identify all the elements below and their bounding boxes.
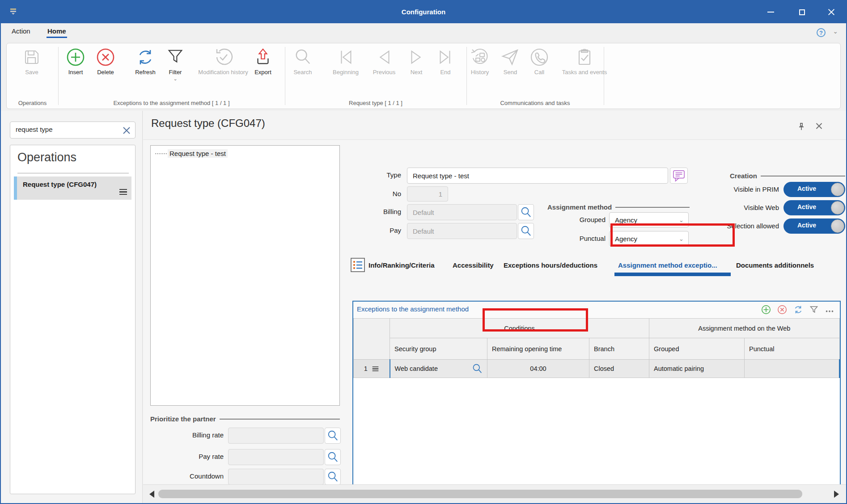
grid-refresh-button[interactable]	[793, 305, 803, 316]
cell-security-group[interactable]: Web candidate	[390, 360, 487, 378]
cell-remaining-opening-time[interactable]: 04:00	[487, 360, 589, 378]
chevron-down-icon[interactable]: ⌄	[833, 28, 838, 35]
punctual-dropdown[interactable]: Agency⌄	[609, 231, 689, 246]
horizontal-scrollbar[interactable]	[143, 484, 846, 503]
window-title: Configuration	[1, 1, 846, 23]
minimize-button[interactable]	[758, 1, 783, 23]
type-label: Type	[334, 171, 401, 179]
call-button[interactable]: Call	[525, 46, 553, 76]
delete-x-icon	[96, 46, 115, 68]
menubar: Action Home ? ⌄	[1, 23, 846, 42]
billing-rate-field[interactable]	[228, 428, 324, 444]
col-punctual[interactable]: Punctual	[745, 338, 839, 360]
previous-button[interactable]: Previous	[366, 46, 402, 76]
search-button[interactable]: Search	[286, 46, 319, 76]
drag-handle-icon[interactable]	[119, 189, 127, 195]
row-number-header	[354, 319, 390, 360]
tasks-events-button[interactable]: Tasks and events	[561, 46, 608, 76]
visible-in-prim-toggle[interactable]: Active	[783, 182, 845, 197]
refresh-icon	[136, 46, 155, 68]
tab-info-ranking-criteria[interactable]: Info/Ranking/Criteria	[368, 261, 435, 269]
type-comment-button[interactable]	[670, 168, 688, 184]
countdown-search-button[interactable]	[325, 469, 341, 485]
help-icon[interactable]: ?	[817, 28, 826, 37]
filter-button[interactable]: Filter ⌄	[161, 46, 189, 81]
document-close-button[interactable]	[816, 122, 823, 130]
insert-button[interactable]: Insert	[62, 46, 89, 76]
app-window: Configuration Action Home ? ⌄ Save	[0, 0, 847, 504]
grouped-dropdown[interactable]: Agency⌄	[609, 212, 689, 227]
pin-button[interactable]	[798, 122, 805, 132]
countdown-field[interactable]	[228, 469, 324, 485]
maximize-button[interactable]	[789, 1, 815, 23]
end-button[interactable]: End	[432, 46, 459, 76]
billing-field[interactable]: Default	[407, 204, 517, 220]
pay-field[interactable]: Default	[407, 223, 517, 239]
tab-assignment-method-exceptions[interactable]: Assignment method exceptio...	[618, 261, 717, 269]
table-row[interactable]: 1 Web candidate 04:00 Closed Automatic p…	[354, 360, 840, 378]
col-remaining-opening-time[interactable]: Remaining opening time	[487, 338, 589, 360]
send-button[interactable]: Send	[496, 46, 524, 76]
ribbon-separator	[58, 47, 59, 105]
history-button[interactable]: History	[463, 46, 496, 76]
scrollbar-thumb[interactable]	[158, 490, 802, 498]
modification-history-button[interactable]: Modification history	[198, 46, 248, 76]
beginning-button[interactable]: Beginning	[325, 46, 366, 76]
delete-button[interactable]: Delete	[92, 46, 119, 76]
divider	[17, 173, 129, 173]
visible-web-toggle[interactable]: Active	[783, 200, 845, 215]
pay-rate-search-button[interactable]	[325, 449, 341, 465]
billing-rate-search-button[interactable]	[325, 428, 341, 444]
clear-search-button[interactable]	[122, 126, 131, 135]
save-icon	[23, 46, 41, 68]
tab-exceptions-hours-deductions[interactable]: Exceptions hours/deductions	[504, 261, 597, 269]
grid-remove-button[interactable]	[777, 305, 787, 316]
sidebar-search-input[interactable]: request type	[10, 122, 136, 139]
minimize-icon	[767, 12, 774, 13]
export-button[interactable]: Export	[247, 46, 279, 76]
ribbon-group-exceptions: Exceptions to the assignment method [ 1 …	[58, 100, 285, 106]
titlebar: Configuration	[1, 1, 846, 23]
ribbon-toolbar: Save Insert Delete	[6, 43, 841, 109]
pay-search-button[interactable]	[518, 223, 534, 239]
col-security-group[interactable]: Security group	[390, 338, 487, 360]
pay-rate-label: Pay rate	[157, 453, 224, 460]
selection-accent	[14, 176, 17, 200]
close-button[interactable]	[818, 1, 844, 23]
grid-more-button[interactable]	[825, 305, 834, 316]
next-button[interactable]: Next	[402, 46, 431, 76]
document-content: Request type - test Prioritize the partn…	[143, 139, 846, 484]
menu-home[interactable]: Home	[47, 27, 66, 35]
menu-action[interactable]: Action	[12, 27, 30, 35]
cell-grouped[interactable]: Automatic pairing	[649, 360, 745, 378]
col-grouped[interactable]: Grouped	[649, 338, 745, 360]
tree-item[interactable]: Request type - test	[155, 149, 228, 158]
table-group-header-row: Conditions Assignment method on the Web	[354, 319, 840, 338]
refresh-button[interactable]: Refresh	[129, 46, 162, 76]
sidebar-item-request-type[interactable]: Request type (CFG047)	[14, 176, 131, 200]
countdown-label: Countdown	[157, 472, 224, 480]
col-branch[interactable]: Branch	[589, 338, 649, 360]
request-type-tree[interactable]: Request type - test	[150, 145, 340, 406]
chevron-down-icon: ⌄	[679, 235, 684, 242]
tab-accessibility[interactable]: Accessibility	[453, 261, 494, 269]
page-title: Request type (CFG047)	[151, 117, 265, 130]
row-menu-icon[interactable]	[372, 366, 378, 371]
skip-to-start-icon	[336, 46, 355, 68]
grid-filter-button[interactable]	[809, 305, 818, 315]
send-plane-icon	[500, 46, 520, 68]
selection-allowed-toggle[interactable]: Active	[783, 218, 845, 234]
cell-branch[interactable]: Closed	[589, 360, 649, 378]
grid-add-button[interactable]	[761, 305, 771, 316]
billing-search-button[interactable]	[518, 204, 534, 220]
tab-documents-additionnels[interactable]: Documents additionnels	[736, 261, 814, 269]
row-number-cell[interactable]: 1	[354, 360, 390, 378]
type-field[interactable]: Request type - test	[407, 168, 668, 184]
cell-punctual[interactable]	[745, 360, 839, 378]
save-button[interactable]: Save	[15, 46, 48, 76]
scroll-left-arrow[interactable]	[149, 491, 154, 498]
no-field: 1	[407, 186, 448, 202]
scroll-right-arrow[interactable]	[834, 491, 839, 498]
pay-rate-field[interactable]	[228, 449, 324, 465]
cell-search-icon[interactable]	[472, 363, 483, 374]
